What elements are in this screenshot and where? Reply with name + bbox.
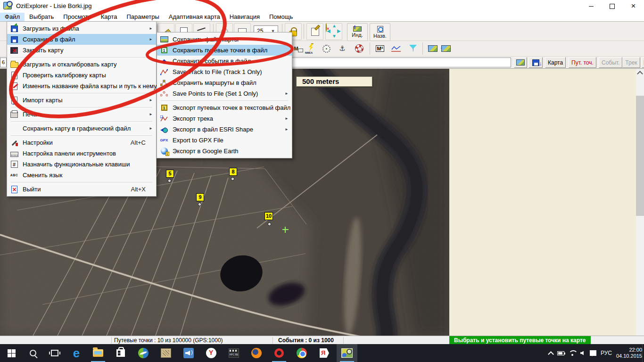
- yandex-app-button[interactable]: [314, 344, 335, 362]
- tray-expand-chevron-icon[interactable]: [548, 351, 554, 357]
- load-previous-map-button[interactable]: [426, 42, 439, 55]
- map-view-button[interactable]: [514, 57, 527, 68]
- show-desktop-button[interactable]: [642, 344, 644, 362]
- menu-item-label: Закрыть карту: [23, 47, 156, 54]
- firefox-button[interactable]: [246, 344, 267, 362]
- vertical-scrollbar[interactable]: [636, 69, 644, 336]
- submenu-item-save-map-file[interactable]: Сохранить файл карты: [157, 34, 292, 45]
- man-overboard-button[interactable]: [353, 42, 366, 55]
- language-indicator[interactable]: РУС: [601, 350, 612, 356]
- scrollbar-thumb[interactable]: [636, 96, 644, 216]
- menu-item-import-map[interactable]: Импорт карты: [7, 95, 156, 106]
- google-earth-icon: [160, 147, 168, 156]
- compass-button[interactable]: [320, 42, 333, 55]
- menu-item-close-map[interactable]: Закрыть карту: [7, 45, 156, 56]
- menubar-item-adaptive-map[interactable]: Адаптивная карта: [164, 13, 225, 21]
- points-icon: [160, 90, 168, 98]
- floppy-load-icon: [10, 25, 18, 33]
- menu-item-toolbar-settings[interactable]: Настройка панели инструментов: [7, 148, 156, 159]
- submenu-item-save-routes[interactable]: Сохранить маршруты в файл: [157, 77, 292, 88]
- close-button[interactable]: [623, 0, 644, 12]
- mode-button-waypoints[interactable]: Пут. точ.: [569, 57, 596, 68]
- waypoint-marker-8[interactable]: 8: [229, 168, 237, 176]
- waypoint-marker-10[interactable]: 10: [264, 212, 273, 220]
- menu-item-print[interactable]: Печать: [7, 109, 156, 120]
- minimize-button[interactable]: [580, 0, 602, 12]
- battery-icon[interactable]: [557, 351, 564, 355]
- anchor-alarm-button[interactable]: ⚓: [336, 42, 349, 55]
- menu-separator: [11, 182, 152, 182]
- opera-button[interactable]: [269, 344, 289, 362]
- quick-save-button[interactable]: [528, 57, 543, 68]
- menu-separator: [11, 121, 152, 122]
- oziexplorer-taskbar-button[interactable]: [337, 344, 357, 362]
- load-next-map-button[interactable]: [439, 42, 453, 55]
- maximize-button[interactable]: [602, 0, 623, 12]
- menubar-item-help[interactable]: Помощь: [264, 13, 297, 21]
- submenu-item-save-events[interactable]: ◆ Сохранить события в файл: [157, 56, 292, 66]
- menubar-item-navigation[interactable]: Навигация: [225, 13, 264, 21]
- menubar-item-map[interactable]: Карта: [96, 13, 122, 21]
- chrome-button[interactable]: [291, 344, 312, 362]
- clock[interactable]: 22:00 04.10.2015: [616, 347, 642, 359]
- nero-app-button[interactable]: [133, 344, 154, 362]
- menu-item-load-calibrate-map[interactable]: Загрузить и откалибровать карту: [7, 59, 156, 70]
- volume-icon[interactable]: [580, 351, 584, 355]
- menubar-item-select[interactable]: Выбрать: [25, 13, 58, 21]
- submenu-item-export-google-earth[interactable]: Экспорт в Google Earth: [157, 146, 292, 156]
- mode-button-track[interactable]: Трек: [622, 57, 640, 68]
- menu-item-assign-function-keys[interactable]: # Назначить функциональные клавиши: [7, 159, 156, 170]
- find-name-label: Назв.: [373, 33, 387, 39]
- find-name-button[interactable]: Назв.: [370, 23, 390, 41]
- submenu-item-save-points[interactable]: Save Points to File (Set 1 Only): [157, 88, 292, 99]
- area-measure-button[interactable]: M²: [373, 42, 387, 55]
- waypoint-marker-5[interactable]: 5: [166, 170, 174, 178]
- menu-item-load-from-file[interactable]: Загрузить из файла: [7, 23, 156, 34]
- nmea-gps-button[interactable]: NMEA: [304, 42, 317, 55]
- start-button[interactable]: [1, 344, 22, 362]
- codec-app-button[interactable]: HPC BE: [223, 344, 244, 362]
- windows-store-button[interactable]: [110, 344, 131, 362]
- edit-note-button[interactable]: [306, 23, 323, 40]
- submenu-item-save-waypoints[interactable]: 1 Сохранить путевые точки в файл: [157, 45, 292, 56]
- mode-button-route[interactable]: Марш.: [642, 57, 644, 68]
- edge-browser-button[interactable]: e: [66, 344, 87, 362]
- map-down-arrow-icon: [441, 45, 451, 52]
- menu-item-label: Save Track to File (Track 1 Only): [173, 68, 292, 75]
- pan-arrows-button[interactable]: ▲▼◀▶ ×: [325, 23, 342, 40]
- menubar-item-options[interactable]: Параметры: [122, 13, 164, 21]
- filter-button[interactable]: [406, 42, 420, 55]
- menu-item-change-language[interactable]: ABC Сменить язык: [7, 170, 156, 181]
- index-map-button[interactable]: Инд.: [347, 23, 368, 41]
- profile-chart-button[interactable]: [389, 42, 403, 55]
- menubar-item-view[interactable]: Просмотр: [58, 13, 96, 21]
- zoom-edit-field[interactable]: 6: [0, 58, 7, 67]
- submenu-item-export-track[interactable]: Экспорт трека: [157, 113, 292, 124]
- map-app-button[interactable]: [156, 344, 176, 362]
- menu-item-change-map-filename[interactable]: Изменить название файла карты и путь к н…: [7, 81, 156, 91]
- mode-button-events[interactable]: Событ.: [599, 57, 622, 68]
- waypoint-marker-9[interactable]: 9: [196, 193, 204, 201]
- menu-item-label: Сменить язык: [23, 172, 156, 179]
- mode-button-map[interactable]: Карта: [545, 57, 566, 68]
- wifi-icon[interactable]: [569, 350, 576, 356]
- submenu-item-export-gpx[interactable]: GPX Export to GPX File: [157, 135, 292, 146]
- submenu-item-save-track[interactable]: Save Track to File (Track 1 Only): [157, 66, 292, 77]
- taskbar-search-button[interactable]: [23, 344, 43, 362]
- task-view-button[interactable]: [44, 344, 65, 362]
- menu-item-save-to-file[interactable]: Сохранить в файл: [7, 34, 156, 45]
- status-separator: [272, 337, 273, 344]
- notifications-icon[interactable]: [590, 350, 596, 356]
- yandex-browser-button[interactable]: [201, 344, 222, 362]
- menu-item-exit[interactable]: Выйти Alt+X: [7, 184, 156, 195]
- menu-item-check-calibration[interactable]: Проверить калибровку карты: [7, 70, 156, 81]
- submenu-item-export-waypoints-text[interactable]: 1 Экспорт путевых точек в текстовый файл: [157, 102, 292, 113]
- file-explorer-button[interactable]: [88, 344, 108, 362]
- volume-app-button[interactable]: [178, 344, 199, 362]
- menu-item-label: Проверить калибровку карты: [23, 72, 156, 79]
- menu-item-settings[interactable]: Настройки Alt+C: [7, 137, 156, 148]
- menubar-item-file[interactable]: Файл: [0, 13, 25, 21]
- submenu-item-export-esri-shape[interactable]: Экспорт в файл ESRI Shape: [157, 124, 292, 135]
- menu-item-save-map-to-image[interactable]: Сохранить карту в графический файл: [7, 123, 156, 134]
- scrollbar-up-arrow-icon[interactable]: [636, 69, 644, 77]
